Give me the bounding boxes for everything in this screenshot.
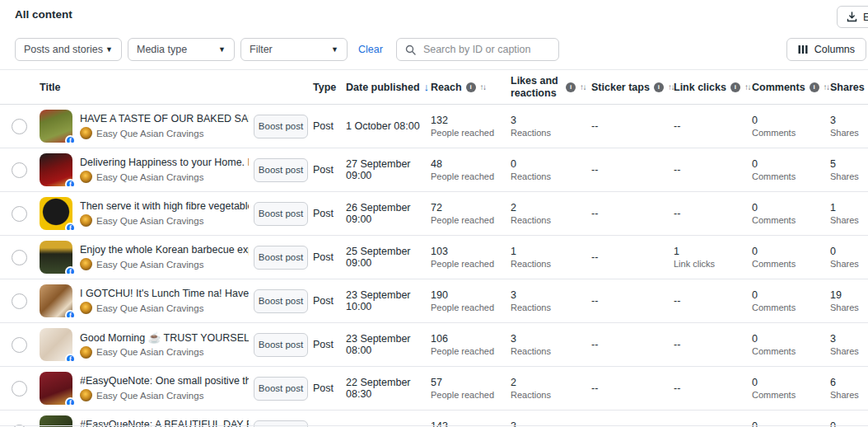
sort-icon[interactable]: ↑↓	[580, 82, 586, 92]
column-header-type[interactable]: Type	[313, 82, 346, 93]
column-header-shares[interactable]: Shares	[830, 82, 868, 93]
shares-cell: 3Shares	[830, 333, 868, 356]
post-title[interactable]: #EasyQueNote: One small positive thought…	[80, 375, 249, 387]
boost-post-button[interactable]: Boost post	[254, 289, 308, 313]
table-row: f Then serve it with high fibre vegetabl…	[0, 192, 868, 236]
export-button[interactable]: Exp	[837, 6, 868, 28]
search-input[interactable]	[422, 43, 550, 56]
post-title[interactable]: #EasyQueNote: A BEAUTIFUL DAY BEGINS WIT…	[80, 419, 249, 427]
table-row: f Delivering Happiness to your Home. No …	[0, 148, 868, 192]
post-thumbnail[interactable]: f	[40, 241, 72, 274]
page-name: Easy Que Asian Cravings	[96, 303, 203, 313]
info-icon[interactable]: i	[730, 82, 740, 92]
post-thumbnail[interactable]: f	[40, 153, 72, 186]
sort-icon[interactable]: ↑↓	[744, 82, 750, 92]
boost-post-button[interactable]: Boost post	[254, 246, 308, 270]
post-type-dropdown-label: Posts and stories	[24, 44, 103, 55]
comments-cell: 0Comments	[752, 333, 830, 356]
info-icon[interactable]: i	[466, 82, 476, 92]
facebook-badge-icon: f	[65, 135, 76, 143]
boost-post-button[interactable]: Boost post	[254, 158, 308, 182]
boost-post-button[interactable]: Boost post	[254, 420, 308, 427]
info-icon[interactable]: i	[654, 82, 664, 92]
reactions-cell: 3Reactions	[511, 115, 591, 138]
reach-cell: 132People reached	[431, 115, 511, 138]
page-name: Easy Que Asian Cravings	[96, 216, 203, 226]
page-name: Easy Que Asian Cravings	[96, 347, 203, 357]
post-type-dropdown[interactable]: Posts and stories ▼	[15, 38, 122, 61]
shares-cell: 3Shares	[830, 115, 868, 138]
link-clicks-cell: --	[674, 339, 752, 350]
page-title: All content	[15, 8, 853, 21]
post-date: 23 September 10:00	[346, 289, 431, 312]
link-clicks-cell: --	[674, 382, 752, 394]
facebook-badge-icon: f	[65, 179, 76, 186]
column-header-comments[interactable]: Comments i ↑↓	[752, 82, 830, 93]
boost-post-button[interactable]: Boost post	[254, 333, 308, 357]
column-header-reach[interactable]: Reach i ↑↓	[431, 82, 511, 93]
table-row: f Good Morning ☕ TRUST YOURSELF. You can…	[0, 323, 868, 367]
boost-post-button[interactable]: Boost post	[254, 115, 308, 138]
post-thumbnail[interactable]: f	[40, 197, 72, 230]
column-header-title[interactable]: Title	[40, 82, 254, 93]
page-name: Easy Que Asian Cravings	[96, 391, 203, 401]
page-name: Easy Que Asian Cravings	[96, 260, 203, 270]
row-select-checkbox[interactable]	[12, 337, 27, 353]
post-thumbnail[interactable]: f	[40, 328, 72, 361]
boost-post-button[interactable]: Boost post	[254, 202, 308, 226]
link-clicks-cell: --	[674, 295, 752, 307]
page-avatar	[80, 346, 92, 359]
info-icon[interactable]: i	[810, 82, 819, 92]
link-clicks-cell: --	[674, 208, 752, 219]
reactions-cell: 3Reactions	[511, 333, 591, 356]
post-title[interactable]: I GOTCHU! It's Lunch Time na! Have some …	[80, 288, 249, 299]
row-select-checkbox[interactable]	[12, 250, 27, 265]
row-select-checkbox[interactable]	[12, 293, 27, 309]
post-thumbnail[interactable]: f	[40, 415, 72, 427]
shares-cell: 1Shares	[830, 202, 868, 225]
sort-descending-icon[interactable]: ↓	[424, 81, 430, 93]
column-header-sticker-taps[interactable]: Sticker taps i ↑↓	[591, 82, 674, 93]
post-title[interactable]: Good Morning ☕ TRUST YOURSELF. You can d…	[80, 331, 249, 344]
chevron-down-icon: ▼	[218, 45, 226, 54]
media-type-dropdown[interactable]: Media type ▼	[128, 38, 235, 61]
boost-post-button[interactable]: Boost post	[254, 377, 308, 401]
column-header-date[interactable]: Date published ↓	[346, 81, 431, 93]
sort-icon[interactable]: ↑↓	[480, 82, 486, 92]
post-thumbnail[interactable]: f	[40, 284, 72, 317]
facebook-badge-icon: f	[65, 310, 76, 317]
table-row: f I GOTCHU! It's Lunch Time na! Have som…	[0, 279, 868, 323]
row-select-checkbox[interactable]	[12, 206, 27, 222]
page-avatar	[80, 171, 92, 183]
row-select-checkbox[interactable]	[12, 162, 27, 178]
post-title[interactable]: HAVE A TASTE OF OUR BAKED SAMGYUPSAL THI…	[80, 113, 249, 124]
info-icon[interactable]: i	[566, 82, 576, 92]
shares-cell: 0Shares	[830, 246, 868, 269]
column-header-link-clicks[interactable]: Link clicks i ↑↓	[674, 82, 752, 93]
sticker-taps-cell: --	[591, 120, 674, 132]
post-title[interactable]: Enjoy the whole Korean barbecue experien…	[80, 244, 249, 256]
post-title[interactable]: Then serve it with high fibre vegetables…	[80, 200, 249, 212]
search-box	[396, 38, 559, 61]
reach-cell: 143People reached	[431, 420, 511, 427]
shares-cell: 5Shares	[830, 158, 868, 181]
row-select-checkbox[interactable]	[12, 381, 27, 396]
sort-icon[interactable]: ↑↓	[668, 82, 674, 92]
sticker-taps-cell: --	[591, 208, 674, 219]
filter-dropdown[interactable]: Filter ▼	[240, 38, 348, 61]
post-date: 22 September 08:30	[346, 377, 431, 400]
reach-cell: 48People reached	[431, 158, 511, 181]
shares-cell: 6Shares	[830, 377, 868, 400]
row-select-checkbox[interactable]	[12, 425, 27, 427]
post-thumbnail[interactable]: f	[40, 110, 72, 143]
columns-button[interactable]: Columns	[786, 38, 866, 61]
post-thumbnail[interactable]: f	[40, 372, 72, 405]
post-title[interactable]: Delivering Happiness to your Home. No mo…	[80, 157, 249, 168]
clear-filters-link[interactable]: Clear	[358, 44, 383, 55]
column-header-likes[interactable]: Likes and reactions i ↑↓	[511, 75, 591, 99]
reactions-cell: 2Reactions	[511, 377, 591, 400]
page-name: Easy Que Asian Cravings	[96, 129, 203, 138]
row-select-checkbox[interactable]	[12, 119, 27, 134]
sort-icon[interactable]: ↑↓	[824, 82, 829, 92]
chevron-down-icon: ▼	[105, 45, 113, 54]
